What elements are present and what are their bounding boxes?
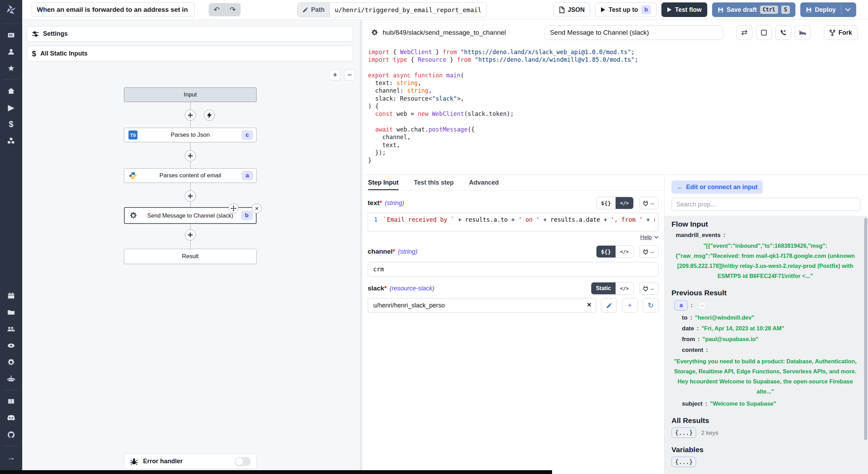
- expand-sidebar-arrow-icon[interactable]: →: [3, 450, 19, 465]
- help-link[interactable]: Help: [640, 234, 652, 240]
- add-step-button[interactable]: [185, 110, 196, 121]
- node-parses-to-json[interactable]: TS Parses to Json c: [124, 128, 257, 142]
- flow-title-input[interactable]: [32, 2, 195, 17]
- resources-icon[interactable]: [3, 133, 19, 149]
- add-step-button[interactable]: [185, 191, 196, 202]
- path-value[interactable]: u/henri/triggered_by_email_report_email: [330, 3, 486, 17]
- graph-zoom-in-button[interactable]: +: [329, 69, 341, 81]
- result-field-value: "paul@supabase.io": [702, 336, 758, 342]
- star-icon[interactable]: ★: [3, 61, 19, 76]
- apps-icon[interactable]: [3, 27, 19, 43]
- user-icon[interactable]: [3, 44, 19, 59]
- result-field-subject[interactable]: subject:"Welcome to Supabase": [671, 400, 859, 407]
- refresh-resource-button[interactable]: ↻: [643, 298, 659, 313]
- step-id-badge: a: [242, 171, 253, 180]
- prop-picker-scrollbar[interactable]: [864, 218, 867, 440]
- swap-script-button[interactable]: ⇄: [736, 25, 752, 40]
- error-handler-toggle[interactable]: [235, 457, 251, 466]
- result-field-from[interactable]: from:"paul@supabase.io": [671, 336, 859, 343]
- variables-icon[interactable]: $: [3, 117, 19, 132]
- tab-test-this-step[interactable]: Test this step: [414, 175, 454, 190]
- test-up-to-button[interactable]: Test up to b: [595, 2, 657, 17]
- stop-after-step-button[interactable]: [756, 25, 772, 40]
- save-draft-button[interactable]: Save draft Ctrl S: [712, 2, 795, 17]
- typescript-icon: TS: [128, 130, 137, 139]
- node-label: Parses content of email: [159, 172, 221, 179]
- add-step-button[interactable]: [185, 150, 196, 161]
- github-icon[interactable]: [3, 427, 19, 442]
- flow-settings-bar[interactable]: Settings: [27, 26, 353, 42]
- flow-input-value[interactable]: "[{"event":"inbound","ts":1683819426,"ms…: [671, 241, 859, 281]
- move-step-button[interactable]: [228, 203, 239, 213]
- result-field-to[interactable]: to:"henri@windmill.dev": [671, 314, 859, 321]
- audit-logs-icon[interactable]: [3, 338, 19, 353]
- all-static-inputs-bar[interactable]: $ All Static Inputs: [27, 46, 353, 61]
- code-mode-button[interactable]: </>: [616, 197, 633, 209]
- test-up-to-step-badge[interactable]: b: [641, 5, 651, 14]
- node-result[interactable]: Result: [124, 249, 257, 264]
- flow-input-key-row[interactable]: mandrill_events:: [671, 232, 859, 239]
- edit-or-connect-button[interactable]: ← Edit or connect an input: [671, 180, 763, 194]
- chevron-down-icon[interactable]: [845, 8, 851, 11]
- workers-icon[interactable]: [3, 371, 19, 387]
- settings-gear-icon[interactable]: [3, 355, 19, 370]
- connect-input-button[interactable]: →: [639, 282, 659, 295]
- static-mode-button[interactable]: Static: [591, 282, 616, 294]
- windmill-logo-icon[interactable]: [5, 4, 17, 17]
- node-input[interactable]: Input: [124, 87, 257, 102]
- code-mode-button[interactable]: </>: [616, 282, 633, 294]
- docs-book-icon[interactable]: [3, 394, 19, 409]
- result-field-date[interactable]: date:"Fri, Apr 14, 2023 at 10:28 AM": [671, 325, 859, 332]
- schedules-icon[interactable]: [3, 288, 19, 303]
- fork-icon: [829, 29, 835, 36]
- collapse-button[interactable]: -: [698, 302, 706, 310]
- chevron-down-icon[interactable]: [654, 236, 659, 239]
- add-trigger-button[interactable]: [204, 110, 215, 121]
- main-area: ↶ ↷ Path u/henri/triggered_by_email_repo…: [22, 0, 868, 474]
- fork-button[interactable]: Fork: [824, 25, 858, 40]
- channel-value-input[interactable]: [368, 262, 659, 277]
- tab-step-input[interactable]: Step Input: [368, 175, 399, 190]
- sliders-icon: [32, 31, 39, 37]
- runs-icon[interactable]: ▶: [3, 100, 19, 115]
- home-icon[interactable]: [3, 83, 19, 99]
- error-handler-card[interactable]: Error handler: [124, 454, 257, 469]
- discord-icon[interactable]: [3, 410, 19, 426]
- add-resource-button[interactable]: +: [622, 298, 638, 313]
- sleep-step-button[interactable]: [795, 25, 811, 40]
- plus-icon: +: [628, 301, 632, 310]
- graph-zoom-out-button[interactable]: −: [344, 69, 355, 81]
- node-parses-content-of-email[interactable]: Parses content of email a: [124, 168, 257, 183]
- path-control[interactable]: Path u/henri/triggered_by_email_report_e…: [297, 2, 487, 17]
- connect-input-button[interactable]: →: [639, 245, 659, 258]
- edit-resource-button[interactable]: [601, 298, 617, 313]
- all-results-object-chip[interactable]: {...}: [671, 428, 696, 438]
- result-field-content[interactable]: content:: [671, 347, 859, 354]
- connect-input-button[interactable]: →: [639, 197, 659, 209]
- search-prop-input[interactable]: [671, 198, 860, 211]
- code-mode-button[interactable]: </>: [616, 246, 633, 257]
- groups-icon[interactable]: [3, 321, 19, 337]
- template-mode-button[interactable]: ${}: [596, 246, 616, 257]
- json-button[interactable]: JSON: [553, 2, 590, 17]
- add-step-button[interactable]: [185, 229, 196, 240]
- slack-resource-input[interactable]: [368, 298, 596, 313]
- test-flow-button[interactable]: Test flow: [661, 2, 707, 17]
- result-key-badge[interactable]: a: [674, 300, 688, 311]
- variables-object-chip[interactable]: {...}: [671, 457, 696, 467]
- tab-advanced[interactable]: Advanced: [469, 175, 499, 190]
- text-expression-editor[interactable]: 1 `Email received by ` + results.a.to + …: [368, 213, 659, 231]
- step-name-input[interactable]: [545, 25, 723, 40]
- path-label: Path: [311, 6, 325, 14]
- all-static-inputs-label: All Static Inputs: [40, 50, 87, 57]
- undo-button[interactable]: ↶: [209, 3, 225, 16]
- code-editor[interactable]: import { WebClient } from "https://deno.…: [362, 45, 868, 175]
- clear-resource-icon[interactable]: ×: [587, 301, 591, 309]
- delete-step-button[interactable]: ×: [252, 203, 262, 213]
- folders-icon[interactable]: [3, 305, 19, 320]
- template-mode-button[interactable]: ${}: [596, 197, 616, 209]
- hub-script-path[interactable]: hub/849/slack/send_message_to_channel: [371, 29, 506, 36]
- deploy-button[interactable]: Deploy: [800, 2, 856, 17]
- redo-button[interactable]: ↷: [225, 3, 241, 16]
- suspend-step-button[interactable]: [775, 25, 791, 40]
